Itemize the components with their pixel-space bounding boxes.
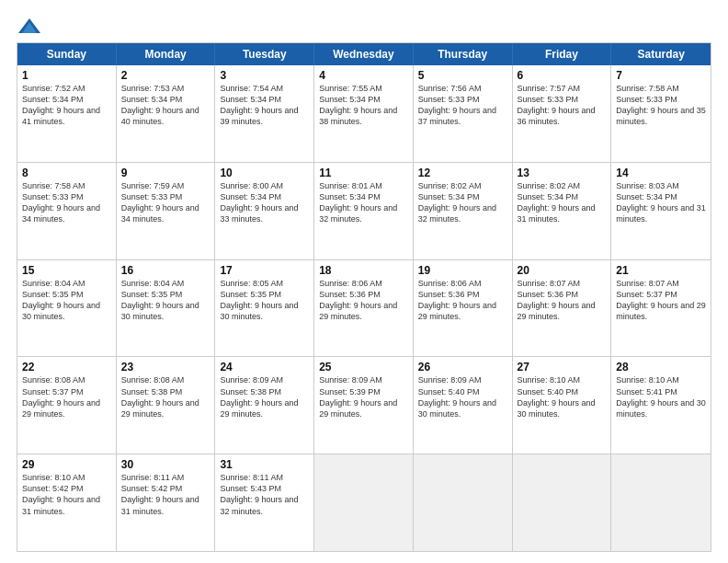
calendar-cell: 24Sunrise: 8:09 AM Sunset: 5:38 PM Dayli… [215, 357, 314, 454]
cell-info: Sunrise: 8:04 AM Sunset: 5:35 PM Dayligh… [121, 278, 210, 323]
calendar: SundayMondayTuesdayWednesdayThursdayFrid… [17, 42, 711, 552]
day-number: 13 [518, 167, 607, 179]
cell-info: Sunrise: 7:56 AM Sunset: 5:33 PM Dayligh… [418, 83, 507, 128]
calendar-cell: 18Sunrise: 8:06 AM Sunset: 5:36 PM Dayli… [314, 260, 414, 357]
day-number: 12 [418, 167, 507, 179]
cell-info: Sunrise: 7:59 AM Sunset: 5:33 PM Dayligh… [121, 180, 210, 225]
cell-info: Sunrise: 8:08 AM Sunset: 5:37 PM Dayligh… [22, 374, 111, 419]
cell-info: Sunrise: 8:11 AM Sunset: 5:43 PM Dayligh… [220, 472, 309, 517]
calendar-cell: 27Sunrise: 8:10 AM Sunset: 5:40 PM Dayli… [513, 357, 612, 454]
cell-info: Sunrise: 8:03 AM Sunset: 5:34 PM Dayligh… [616, 180, 706, 225]
day-number: 22 [22, 361, 111, 373]
cell-info: Sunrise: 8:07 AM Sunset: 5:37 PM Dayligh… [616, 278, 706, 323]
calendar-cell: 17Sunrise: 8:05 AM Sunset: 5:35 PM Dayli… [215, 260, 314, 357]
calendar-cell: 29Sunrise: 8:10 AM Sunset: 5:42 PM Dayli… [17, 454, 117, 551]
calendar-cell: 25Sunrise: 8:09 AM Sunset: 5:39 PM Dayli… [314, 357, 414, 454]
calendar-row: 15Sunrise: 8:04 AM Sunset: 5:35 PM Dayli… [17, 259, 711, 357]
weekday-header: Saturday [611, 43, 711, 65]
calendar-cell: 7Sunrise: 7:58 AM Sunset: 5:33 PM Daylig… [611, 65, 711, 162]
calendar-cell [414, 454, 513, 551]
weekday-header: Thursday [414, 43, 513, 65]
calendar-cell: 22Sunrise: 8:08 AM Sunset: 5:37 PM Dayli… [17, 357, 117, 454]
day-number: 9 [121, 167, 210, 179]
cell-info: Sunrise: 7:55 AM Sunset: 5:34 PM Dayligh… [319, 83, 408, 128]
calendar-cell: 1Sunrise: 7:52 AM Sunset: 5:34 PM Daylig… [17, 65, 117, 162]
day-number: 24 [220, 361, 309, 373]
calendar-cell: 6Sunrise: 7:57 AM Sunset: 5:33 PM Daylig… [513, 65, 612, 162]
cell-info: Sunrise: 8:06 AM Sunset: 5:36 PM Dayligh… [319, 278, 408, 323]
day-number: 28 [616, 361, 706, 373]
calendar-cell: 3Sunrise: 7:54 AM Sunset: 5:34 PM Daylig… [215, 65, 314, 162]
day-number: 17 [220, 264, 309, 277]
cell-info: Sunrise: 8:06 AM Sunset: 5:36 PM Dayligh… [418, 278, 507, 323]
day-number: 15 [22, 264, 111, 277]
calendar-cell: 16Sunrise: 8:04 AM Sunset: 5:35 PM Dayli… [117, 260, 216, 357]
day-number: 5 [418, 69, 507, 82]
cell-info: Sunrise: 8:08 AM Sunset: 5:38 PM Dayligh… [121, 374, 210, 419]
cell-info: Sunrise: 7:54 AM Sunset: 5:34 PM Dayligh… [220, 83, 309, 128]
logo-icon [17, 17, 42, 35]
day-number: 7 [616, 69, 706, 82]
calendar-cell: 19Sunrise: 8:06 AM Sunset: 5:36 PM Dayli… [414, 260, 513, 357]
cell-info: Sunrise: 8:04 AM Sunset: 5:35 PM Dayligh… [22, 278, 111, 323]
day-number: 25 [319, 361, 408, 373]
calendar-cell: 5Sunrise: 7:56 AM Sunset: 5:33 PM Daylig… [414, 65, 513, 162]
calendar-cell: 12Sunrise: 8:02 AM Sunset: 5:34 PM Dayli… [414, 163, 513, 259]
day-number: 27 [518, 361, 607, 373]
day-number: 11 [319, 167, 408, 179]
cell-info: Sunrise: 8:09 AM Sunset: 5:40 PM Dayligh… [418, 374, 507, 419]
logo [17, 17, 44, 35]
cell-info: Sunrise: 7:57 AM Sunset: 5:33 PM Dayligh… [518, 83, 607, 128]
cell-info: Sunrise: 8:09 AM Sunset: 5:39 PM Dayligh… [319, 374, 408, 419]
day-number: 1 [22, 69, 111, 82]
day-number: 26 [418, 361, 507, 373]
cell-info: Sunrise: 8:10 AM Sunset: 5:42 PM Dayligh… [22, 472, 111, 517]
day-number: 19 [418, 264, 507, 277]
calendar-cell [314, 454, 414, 551]
calendar-cell: 21Sunrise: 8:07 AM Sunset: 5:37 PM Dayli… [611, 260, 711, 357]
cell-info: Sunrise: 8:07 AM Sunset: 5:36 PM Dayligh… [518, 278, 607, 323]
weekday-header: Monday [117, 43, 216, 65]
calendar-row: 29Sunrise: 8:10 AM Sunset: 5:42 PM Dayli… [17, 454, 711, 551]
cell-info: Sunrise: 8:02 AM Sunset: 5:34 PM Dayligh… [418, 180, 507, 225]
weekday-header: Friday [513, 43, 612, 65]
page: SundayMondayTuesdayWednesdayThursdayFrid… [0, 0, 728, 563]
calendar-header: SundayMondayTuesdayWednesdayThursdayFrid… [17, 43, 711, 65]
calendar-body: 1Sunrise: 7:52 AM Sunset: 5:34 PM Daylig… [17, 65, 711, 551]
day-number: 31 [220, 458, 309, 471]
weekday-header: Sunday [17, 43, 117, 65]
cell-info: Sunrise: 8:10 AM Sunset: 5:41 PM Dayligh… [616, 374, 706, 419]
calendar-cell: 9Sunrise: 7:59 AM Sunset: 5:33 PM Daylig… [117, 163, 216, 259]
calendar-cell: 31Sunrise: 8:11 AM Sunset: 5:43 PM Dayli… [215, 454, 314, 551]
cell-info: Sunrise: 8:11 AM Sunset: 5:42 PM Dayligh… [121, 472, 210, 517]
calendar-cell [611, 454, 711, 551]
calendar-cell: 28Sunrise: 8:10 AM Sunset: 5:41 PM Dayli… [611, 357, 711, 454]
calendar-cell: 4Sunrise: 7:55 AM Sunset: 5:34 PM Daylig… [314, 65, 414, 162]
calendar-cell: 8Sunrise: 7:58 AM Sunset: 5:33 PM Daylig… [17, 163, 117, 259]
cell-info: Sunrise: 8:00 AM Sunset: 5:34 PM Dayligh… [220, 180, 309, 225]
weekday-header: Tuesday [215, 43, 314, 65]
day-number: 14 [616, 167, 706, 179]
calendar-cell: 13Sunrise: 8:02 AM Sunset: 5:34 PM Dayli… [513, 163, 612, 259]
day-number: 18 [319, 264, 408, 277]
day-number: 23 [121, 361, 210, 373]
cell-info: Sunrise: 7:52 AM Sunset: 5:34 PM Dayligh… [22, 83, 111, 128]
calendar-cell: 30Sunrise: 8:11 AM Sunset: 5:42 PM Dayli… [117, 454, 216, 551]
cell-info: Sunrise: 7:58 AM Sunset: 5:33 PM Dayligh… [616, 83, 706, 128]
calendar-cell: 26Sunrise: 8:09 AM Sunset: 5:40 PM Dayli… [414, 357, 513, 454]
day-number: 3 [220, 69, 309, 82]
day-number: 4 [319, 69, 408, 82]
day-number: 16 [121, 264, 210, 277]
cell-info: Sunrise: 8:10 AM Sunset: 5:40 PM Dayligh… [518, 374, 607, 419]
calendar-row: 8Sunrise: 7:58 AM Sunset: 5:33 PM Daylig… [17, 162, 711, 259]
calendar-cell: 15Sunrise: 8:04 AM Sunset: 5:35 PM Dayli… [17, 260, 117, 357]
day-number: 10 [220, 167, 309, 179]
cell-info: Sunrise: 8:01 AM Sunset: 5:34 PM Dayligh… [319, 180, 408, 225]
day-number: 29 [22, 458, 111, 471]
cell-info: Sunrise: 7:53 AM Sunset: 5:34 PM Dayligh… [121, 83, 210, 128]
day-number: 30 [121, 458, 210, 471]
day-number: 21 [616, 264, 706, 277]
cell-info: Sunrise: 8:05 AM Sunset: 5:35 PM Dayligh… [220, 278, 309, 323]
cell-info: Sunrise: 7:58 AM Sunset: 5:33 PM Dayligh… [22, 180, 111, 225]
calendar-cell: 14Sunrise: 8:03 AM Sunset: 5:34 PM Dayli… [611, 163, 711, 259]
